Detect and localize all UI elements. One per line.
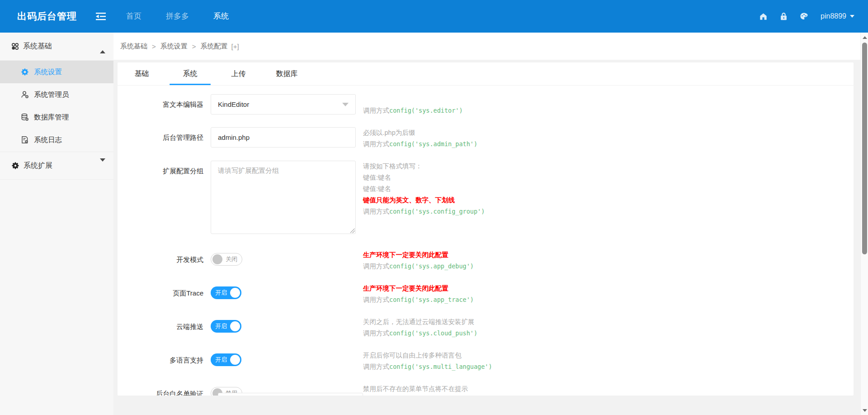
- scrollbar-thumb[interactable]: [862, 43, 867, 254]
- user-menu[interactable]: pin8899: [821, 12, 854, 20]
- tab-0[interactable]: 基础: [118, 62, 166, 85]
- toggle-label: 关闭: [226, 255, 237, 263]
- sidebar-item-label: 系统设置: [34, 67, 62, 77]
- nav-item-0[interactable]: 首页: [114, 0, 154, 33]
- home-icon[interactable]: [759, 12, 768, 21]
- hint-prefix: 调用方式: [363, 363, 389, 370]
- editor-select[interactable]: KindEditor: [211, 94, 356, 114]
- field-hints: 必须以.php为后缀调用方式config('sys.admin_path'): [363, 127, 477, 150]
- breadcrumb-separator: >: [152, 43, 156, 50]
- sidebar-item-label: 系统日志: [34, 135, 62, 145]
- breadcrumb-part-1[interactable]: 系统设置: [160, 42, 188, 51]
- form-row: 页面Trace开启生产环境下一定要关闭此配置调用方式config('sys.ap…: [118, 283, 854, 305]
- field-label: 后台管理路径: [118, 127, 211, 148]
- select-value: KindEditor: [218, 100, 342, 108]
- breadcrumb-suffix: [+]: [231, 43, 239, 50]
- hint-prefix: 调用方式: [363, 296, 389, 303]
- hint-code-line: 调用方式config('sys.cloud_push'): [363, 328, 477, 339]
- tab-bar: 基础系统上传数据库: [118, 62, 854, 86]
- field-control: [211, 161, 356, 234]
- form-row: 后台管理路径必须以.php为后缀调用方式config('sys.admin_pa…: [118, 127, 854, 150]
- field-hints: 请按如下格式填写：键值:键名键值:键名键值只能为英文、数字、下划线调用方式con…: [363, 161, 485, 217]
- hint-text: 必须以.php为后缀: [363, 127, 477, 138]
- apps-icon: [11, 43, 19, 50]
- hint-prefix: 调用方式: [363, 262, 389, 270]
- username: pin8899: [821, 12, 846, 20]
- tab-2[interactable]: 上传: [214, 62, 263, 85]
- field-label: 云端推送: [118, 316, 211, 337]
- toggle-switch[interactable]: 开启: [211, 353, 241, 366]
- sidebar-group-0[interactable]: 系统基础: [0, 33, 113, 61]
- hint-text: 键值:键名: [363, 183, 485, 195]
- toggle-label: 开启: [215, 289, 227, 297]
- top-navbar: 出码后台管理 首页拼多多系统 pin8899: [0, 0, 868, 33]
- hint-text: 请按如下格式填写：: [363, 161, 485, 172]
- field-label: 多语言支持: [118, 350, 211, 370]
- breadcrumb-part-2[interactable]: 系统配置: [201, 42, 228, 51]
- hint-code-line: 调用方式config('sys.config_group'): [363, 206, 485, 217]
- log-file-icon: [21, 136, 29, 144]
- theme-icon[interactable]: [800, 12, 808, 21]
- content-card: 基础系统上传数据库 富文本编辑器KindEditor调用方式config('sy…: [118, 62, 854, 396]
- form-row: 云端推送开启关闭之后，无法通过云端推送安装扩展调用方式config('sys.c…: [118, 316, 854, 339]
- text-input[interactable]: [211, 127, 356, 148]
- breadcrumb-part-0[interactable]: 系统基础: [120, 42, 147, 51]
- hint-code-line: 调用方式config('sys.app_debug'): [363, 261, 474, 272]
- caret-down-icon: [850, 15, 854, 18]
- hint-code: config('sys.app_debug'): [389, 262, 474, 270]
- hint-code: config('sys.multi_language'): [389, 363, 492, 370]
- hint-code: config('sys.editor'): [389, 107, 463, 114]
- breadcrumb-separator: >: [192, 43, 196, 50]
- nav-item-1[interactable]: 拼多多: [154, 0, 201, 33]
- nav-item-2[interactable]: 系统: [201, 0, 241, 33]
- hint-code: config('sys.admin_path'): [389, 140, 477, 148]
- gear-solid-icon: [11, 162, 19, 170]
- toggle-switch[interactable]: 开启: [211, 286, 241, 299]
- scroll-up-arrow-icon[interactable]: [861, 33, 868, 41]
- breadcrumb: 系统基础>系统设置>系统配置[+]: [113, 33, 860, 60]
- field-label: 开发模式: [118, 249, 211, 270]
- hint-prefix: 调用方式: [363, 107, 389, 114]
- toggle-knob: [230, 321, 240, 331]
- field-control: KindEditor: [211, 94, 356, 114]
- sidebar-item-label: 数据库管理: [34, 113, 69, 122]
- sidebar: 系统基础系统设置系统管理员数据库管理系统日志系统扩展: [0, 33, 113, 415]
- field-label: 后台白名单验证: [118, 383, 211, 396]
- hint-prefix: 调用方式: [363, 329, 389, 337]
- hint-code: config('sys.app_trace'): [389, 296, 474, 303]
- main-content: 系统基础>系统设置>系统配置[+] 基础系统上传数据库 富文本编辑器KindEd…: [113, 33, 860, 415]
- hint-warning: 键值只能为英文、数字、下划线: [363, 195, 485, 206]
- database-icon: [21, 113, 29, 121]
- form-row: 开发模式关闭生产环境下一定要关闭此配置调用方式config('sys.app_d…: [118, 249, 854, 272]
- field-control: 开启: [211, 350, 356, 366]
- sidebar-collapse-icon[interactable]: [96, 13, 106, 20]
- sidebar-item-0-3[interactable]: 系统日志: [0, 129, 113, 151]
- field-hints: 关闭之后，无法通过云端推送安装扩展调用方式config('sys.cloud_p…: [363, 316, 477, 339]
- form-row: 富文本编辑器KindEditor调用方式config('sys.editor'): [118, 94, 854, 116]
- resize-handle-icon[interactable]: [350, 229, 355, 233]
- sidebar-item-0-1[interactable]: 系统管理员: [0, 83, 113, 106]
- toggle-switch[interactable]: 关闭: [211, 253, 242, 266]
- brand-title[interactable]: 出码后台管理: [0, 10, 77, 23]
- chevron-down-icon: [100, 162, 105, 170]
- config-group-textarea[interactable]: [211, 161, 356, 234]
- field-control: [211, 127, 356, 148]
- sidebar-item-0-0[interactable]: 系统设置: [0, 61, 113, 83]
- vertical-scrollbar[interactable]: [860, 33, 868, 415]
- field-label: 页面Trace: [118, 283, 211, 303]
- tab-3[interactable]: 数据库: [263, 62, 311, 85]
- tab-1[interactable]: 系统: [166, 62, 214, 85]
- sidebar-item-0-2[interactable]: 数据库管理: [0, 106, 113, 129]
- lock-icon[interactable]: [780, 12, 788, 21]
- toggle-switch[interactable]: 开启: [211, 320, 241, 333]
- field-hints: 生产环境下一定要关闭此配置调用方式config('sys.app_trace'): [363, 283, 474, 305]
- toggle-label: 开启: [215, 356, 227, 364]
- sidebar-item-label: 系统管理员: [34, 90, 69, 100]
- hint-code-line: 调用方式config('sys.admin_whitelist_verify'): [363, 395, 522, 396]
- scroll-down-arrow-icon[interactable]: [861, 406, 868, 414]
- field-control: 关闭: [211, 249, 356, 266]
- toggle-label: 开启: [215, 322, 227, 330]
- sidebar-group-1[interactable]: 系统扩展: [0, 152, 113, 180]
- next-control-partial: [218, 393, 363, 396]
- field-label: 富文本编辑器: [118, 94, 211, 114]
